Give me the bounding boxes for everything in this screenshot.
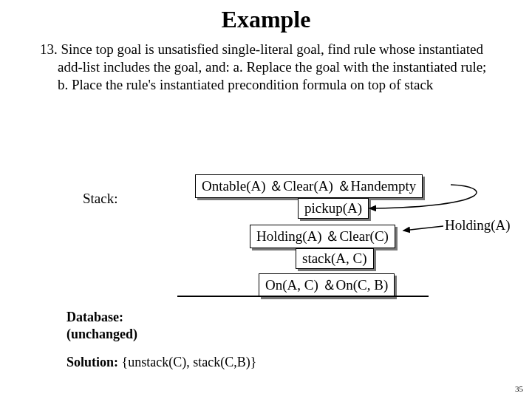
database-label: Database:(unchanged): [66, 309, 137, 342]
stack-label: Stack:: [83, 191, 118, 207]
step-paragraph: 13. Since top goal is unsatisfied single…: [40, 41, 499, 93]
box-pickup: pickup(A): [298, 198, 369, 219]
box-precondition: Ontable(A) ＆Clear(A) ＆Handempty: [195, 174, 423, 198]
box-holding-clear: Holding(A) ＆Clear(C): [250, 225, 395, 248]
box-stack-ac: stack(A, C): [296, 248, 374, 269]
box-holding-a-aside: Holding(A): [445, 217, 511, 233]
solution-value: {unstack(C), stack(C,B)}: [122, 355, 257, 369]
box-on-goal: On(A, C) ＆On(C, B): [259, 273, 395, 297]
slide-title: Example: [0, 6, 532, 33]
stack-baseline: [177, 296, 429, 297]
page-number: 35: [515, 384, 523, 393]
solution-label: Solution:: [66, 355, 118, 369]
solution-line: Solution: {unstack(C), stack(C,B)}: [66, 355, 256, 370]
